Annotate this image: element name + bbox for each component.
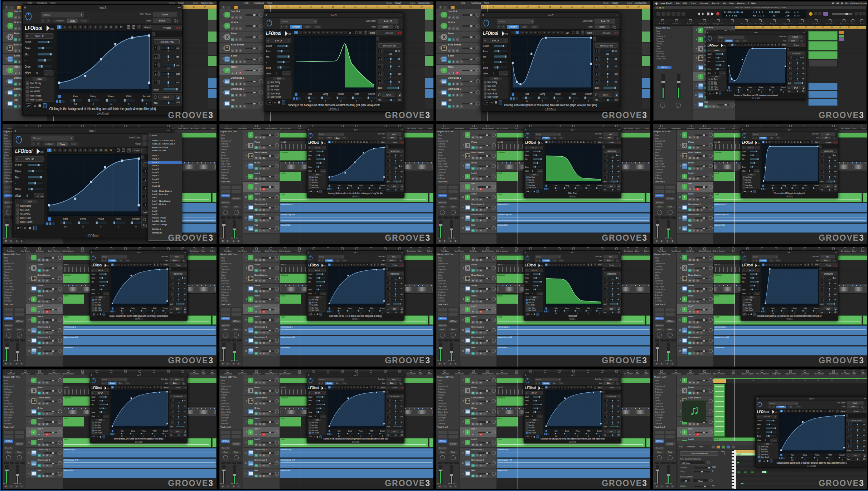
pan-knob[interactable]	[709, 216, 713, 220]
mute-button[interactable]: M	[438, 485, 442, 488]
pan-knob[interactable]	[492, 256, 496, 260]
compare-button[interactable]: Compare	[759, 259, 767, 262]
plugin-titlebar[interactable]: Inst 7	[90, 251, 187, 254]
inspector-item[interactable]: Q-Velocity	[438, 414, 446, 416]
paste-button[interactable]: Paste	[124, 259, 131, 262]
graph-slot-tab[interactable]: 2	[331, 141, 334, 144]
strip-slot[interactable]	[221, 431, 230, 434]
inspector-item[interactable]: Quantize: off	[221, 140, 231, 142]
side-chain-select[interactable]: Inst 8	[603, 378, 618, 381]
strip-slot[interactable]	[655, 431, 664, 434]
slider-thumb[interactable]	[834, 303, 835, 305]
routing-spinner[interactable]	[850, 428, 852, 431]
s-button[interactable]: S	[18, 38, 21, 41]
inspector-item[interactable]: Transpose	[438, 391, 446, 393]
graph-slot-tab[interactable]: 5	[67, 148, 72, 152]
filter-slider[interactable]	[99, 277, 108, 279]
r-button[interactable]: R	[456, 72, 459, 74]
view-select[interactable]: Editor	[170, 259, 180, 262]
toolbar-icon[interactable]	[341, 125, 344, 127]
slider-thumb[interactable]	[536, 277, 537, 279]
save-icon[interactable]	[377, 386, 379, 389]
slider-thumb[interactable]	[569, 97, 571, 99]
graph-slot-tab[interactable]: 4	[120, 264, 123, 266]
param-slider[interactable]	[366, 96, 378, 99]
graph-slot-tab[interactable]: 2	[62, 25, 67, 29]
graph-slot-tab[interactable]: 2	[515, 31, 520, 35]
copy-graph-icon[interactable]	[371, 386, 372, 388]
slider-thumb[interactable]	[168, 47, 169, 50]
routing-slot-box[interactable]: 1	[820, 176, 823, 178]
graph-mode-icon[interactable]	[62, 100, 64, 103]
toolbar-icon[interactable]	[341, 247, 344, 250]
slider-thumb[interactable]	[703, 166, 705, 167]
slider-thumb[interactable]	[320, 407, 321, 409]
graph-slot-tab[interactable]: 2	[331, 386, 334, 389]
power-icon[interactable]	[757, 402, 762, 407]
pan-knob[interactable]	[275, 266, 279, 270]
depth-slider[interactable]	[610, 180, 619, 182]
inspector-item[interactable]: Q-Length	[655, 417, 663, 419]
split-button[interactable]: SPLIT	[851, 454, 861, 457]
slider-thumb[interactable]	[500, 61, 501, 63]
r-button[interactable]: R	[479, 229, 483, 232]
lfo-graph[interactable]	[328, 145, 385, 183]
mute-button[interactable]: M	[232, 240, 236, 242]
routing-slot-box[interactable]: 1	[603, 293, 606, 295]
s-button[interactable]: S	[258, 136, 262, 139]
graph-slot-tab[interactable]: 11	[108, 25, 113, 29]
midi-toggle[interactable]: ♪	[708, 88, 710, 90]
toolbar-icon[interactable]	[689, 370, 692, 373]
toolbar-icon[interactable]	[443, 247, 446, 250]
pan-knob[interactable]	[58, 287, 62, 291]
inspector-item[interactable]: Q-Flam	[655, 419, 661, 422]
track-header[interactable]: 9♪Inst 7MSR	[460, 427, 496, 437]
audio-region-loop[interactable]: Ableton Loop 4.49	[496, 458, 650, 468]
m-button[interactable]: M	[38, 331, 41, 334]
routing-spinner[interactable]	[599, 64, 600, 68]
audio-region-hat[interactable]: Ableton Hat 1	[280, 346, 433, 355]
routing-spinner[interactable]	[850, 423, 852, 426]
track-volume-slider[interactable]	[695, 145, 708, 146]
pan-knob[interactable]	[275, 349, 279, 353]
side-chain-select[interactable]: Inst 8	[387, 378, 401, 381]
filter-type-select[interactable]: SVF LP	[742, 146, 760, 149]
paste-graph-icon[interactable]	[808, 264, 809, 266]
inspector-region-header[interactable]: Region: MIDI Thru	[654, 253, 670, 255]
midi-toggle[interactable]: ♪	[758, 453, 760, 456]
offset-curve-button[interactable]	[719, 72, 726, 75]
graph-slot-tab[interactable]: 6	[533, 31, 538, 35]
routing-spinner[interactable]	[173, 415, 173, 418]
r-button[interactable]: R	[479, 392, 483, 394]
routing-slider[interactable]	[852, 434, 863, 436]
routing-slider[interactable]	[825, 282, 834, 284]
preset-select[interactable]: Manual	[318, 255, 344, 259]
view-select[interactable]: Editor	[603, 137, 614, 139]
track-volume-slider[interactable]	[695, 350, 708, 352]
slider-thumb[interactable]	[168, 55, 169, 58]
track-header[interactable]: 7B-lineMSRI	[243, 284, 280, 294]
routing-slider[interactable]	[825, 154, 834, 156]
filter-spinner[interactable]	[758, 147, 759, 149]
track-volume-slider[interactable]	[44, 473, 57, 475]
slider-thumb[interactable]	[857, 424, 858, 426]
s-button[interactable]: S	[42, 443, 45, 446]
slider-thumb[interactable]	[539, 396, 540, 398]
lfotool-plugin-slot[interactable]: LFOTool	[438, 440, 447, 443]
duplicate-track-button[interactable]	[227, 6, 231, 9]
routing-spinner[interactable]	[606, 415, 607, 418]
toolbar-icon[interactable]	[384, 247, 387, 250]
slider-thumb[interactable]	[470, 25, 472, 27]
track-volume-slider[interactable]	[478, 217, 491, 219]
midi-toggle[interactable]: ♪	[16, 208, 19, 211]
menu-item[interactable]: ✓None	[148, 134, 182, 137]
offset-curve-button[interactable]	[499, 71, 508, 75]
slider-thumb[interactable]	[107, 281, 108, 283]
graph-slot-tab[interactable]: 6	[777, 141, 780, 144]
slider-thumb[interactable]	[319, 277, 320, 279]
track-header[interactable]: 9Drum Loop 1MSRI	[219, 76, 264, 87]
routing-slot-box[interactable]: 1	[170, 298, 172, 301]
slider-thumb[interactable]	[269, 278, 271, 279]
slider-thumb[interactable]	[829, 189, 830, 191]
pan-knob[interactable]	[709, 226, 713, 230]
